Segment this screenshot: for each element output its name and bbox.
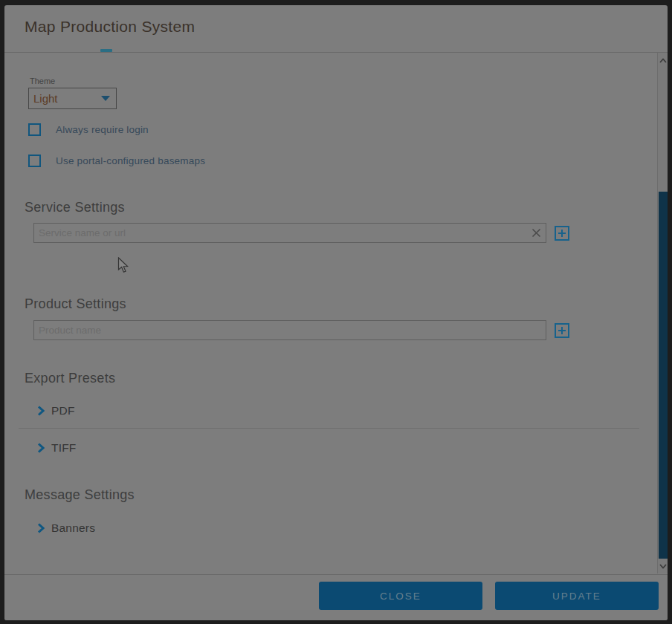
plus-icon [558, 229, 566, 238]
chevron-right-icon [37, 443, 45, 453]
portal-basemaps-row[interactable]: Use portal-configured basemaps [28, 155, 205, 167]
product-input-wrap [33, 320, 546, 340]
add-product-button[interactable] [555, 323, 569, 338]
update-button[interactable]: UPDATE [495, 582, 659, 610]
export-presets-title: Export Presets [25, 371, 115, 386]
always-require-login-row[interactable]: Always require login [28, 123, 149, 136]
export-preset-tiff[interactable]: TIFF [37, 441, 77, 455]
product-settings-title: Product Settings [25, 296, 126, 312]
expand-row-label: TIFF [51, 441, 77, 455]
expand-row-label: Banners [51, 521, 95, 535]
theme-select-value: Light [33, 92, 101, 105]
theme-select[interactable]: Light [28, 88, 117, 109]
row-divider [19, 428, 639, 429]
screen: Map Production System Theme Light Always… [0, 0, 672, 624]
scroll-up-icon[interactable] [658, 53, 668, 68]
service-settings-title: Service Settings [25, 200, 125, 215]
portal-basemaps-checkbox[interactable] [28, 155, 41, 167]
header-divider [4, 52, 668, 53]
dialog-header: Map Production System [4, 5, 668, 52]
product-name-input[interactable] [33, 320, 546, 340]
message-setting-banners[interactable]: Banners [37, 521, 95, 536]
message-settings-title: Message Settings [25, 487, 135, 503]
always-require-login-checkbox[interactable] [28, 123, 41, 136]
chevron-right-icon [37, 523, 45, 533]
map-production-system-dialog: Map Production System Theme Light Always… [4, 5, 668, 620]
chevron-down-icon [101, 96, 110, 101]
export-preset-pdf[interactable]: PDF [37, 403, 75, 418]
plus-icon [558, 326, 566, 335]
expand-row-label: PDF [51, 404, 75, 417]
service-name-input[interactable] [33, 223, 546, 243]
scroll-down-icon[interactable] [658, 559, 668, 573]
add-service-button[interactable] [555, 226, 569, 241]
mouse-cursor [117, 257, 129, 276]
theme-label: Theme [30, 77, 55, 85]
service-input-wrap [33, 223, 546, 243]
vertical-scrollbar[interactable] [657, 53, 668, 573]
scrolled-out-element-sliver [100, 49, 112, 52]
scrollbar-thumb[interactable] [659, 192, 668, 559]
dialog-footer: CLOSE UPDATE [4, 575, 668, 620]
clear-icon[interactable] [531, 227, 542, 238]
close-button[interactable]: CLOSE [319, 582, 482, 610]
chevron-right-icon [37, 406, 45, 416]
checkbox-label: Use portal-configured basemaps [56, 155, 205, 166]
dialog-title: Map Production System [25, 18, 195, 36]
checkbox-label: Always require login [56, 124, 149, 135]
